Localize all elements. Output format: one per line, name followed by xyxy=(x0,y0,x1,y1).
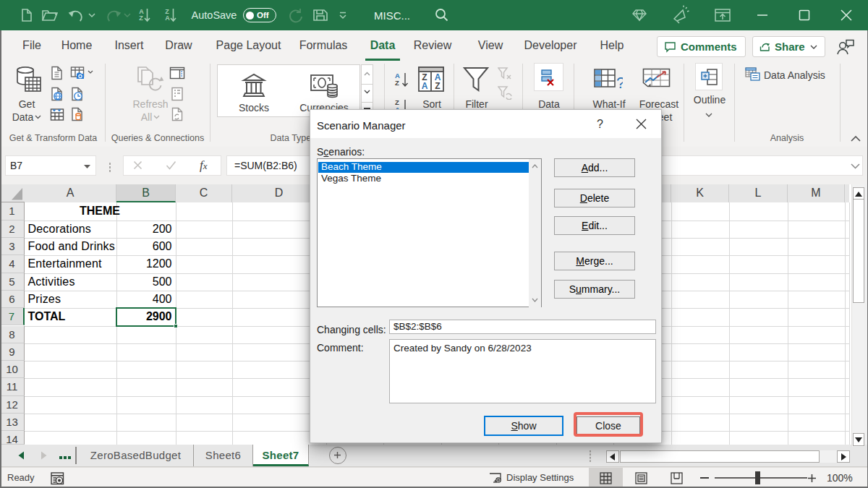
svg-text:Z: Z xyxy=(435,81,440,91)
svg-text:?: ? xyxy=(616,74,623,90)
svg-text:A: A xyxy=(422,81,428,91)
